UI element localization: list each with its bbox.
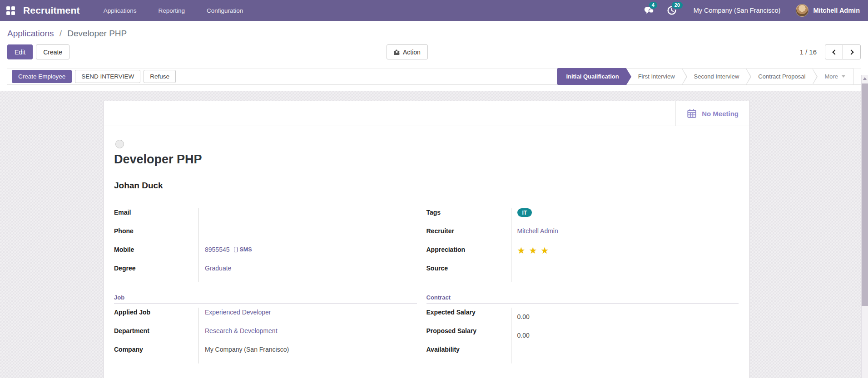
stage-more-dropdown[interactable]: More [813, 68, 854, 85]
user-menu[interactable]: Mitchell Admin [813, 7, 860, 14]
field-row-applied-job: Applied Job Experienced Developer [114, 308, 427, 326]
app-brand[interactable]: Recruitment [23, 5, 80, 16]
menu-configuration[interactable]: Configuration [207, 7, 243, 14]
activities-count-badge: 20 [672, 2, 683, 9]
phone-value [199, 226, 427, 245]
star-rating-icons[interactable]: ★★★ [517, 246, 553, 255]
edit-button[interactable]: Edit [7, 44, 33, 59]
left-field-group: Email Phone Mobile 8955545 [114, 208, 427, 282]
job-section: Job Applied Job Experienced Developer De… [114, 294, 427, 363]
mobile-value: 8955545 SMS [199, 245, 427, 264]
gear-icon [394, 49, 400, 55]
department-value[interactable]: Research & Development [199, 326, 427, 345]
apps-grid-icon[interactable] [6, 6, 15, 15]
tags-value: IT [511, 208, 739, 226]
stage-first-interview[interactable]: First Interview [626, 68, 682, 85]
availability-label: Availability [427, 345, 511, 363]
breadcrumb-current: Developer PHP [67, 29, 127, 38]
breadcrumb-applications-link[interactable]: Applications [7, 29, 54, 38]
messages-count-badge: 4 [649, 2, 657, 9]
company-label: Company [114, 345, 199, 363]
kanban-state-icon[interactable] [115, 140, 124, 148]
top-field-grid: Email Phone Mobile 8955545 [114, 208, 739, 282]
form-statusbar: Create Employee SEND INTERVIEW Refuse In… [7, 68, 861, 85]
field-row-degree: Degree Graduate [114, 264, 427, 282]
user-avatar[interactable] [796, 4, 808, 17]
send-interview-button[interactable]: SEND INTERVIEW [75, 70, 140, 83]
main-menu: Applications Reporting Configuration [104, 7, 243, 14]
degree-label: Degree [114, 264, 199, 282]
field-row-source: Source [427, 264, 739, 282]
control-panel-buttons: Edit Create Action 1 / 16 [7, 44, 861, 59]
recruiter-label: Recruiter [427, 226, 511, 245]
pager-previous-button[interactable] [825, 44, 843, 59]
field-row-appreciation: Appreciation ★★★ [427, 245, 739, 264]
section-grid: Job Applied Job Experienced Developer De… [114, 294, 739, 363]
pager-buttons [825, 44, 861, 59]
phone-label: Phone [114, 226, 199, 245]
refuse-button[interactable]: Refuse [144, 70, 176, 83]
mobile-label: Mobile [114, 245, 199, 264]
chevron-left-icon [832, 49, 837, 54]
tags-label: Tags [427, 208, 511, 226]
breadcrumb-separator: / [60, 29, 62, 38]
field-row-phone: Phone [114, 226, 427, 245]
source-label: Source [427, 264, 511, 282]
no-meeting-button[interactable]: No Meeting [675, 101, 749, 126]
menu-reporting[interactable]: Reporting [159, 7, 185, 14]
expected-salary-value: 0.00 [511, 308, 739, 326]
field-row-availability: Availability [427, 345, 739, 363]
department-label: Department [114, 326, 199, 345]
applied-job-label: Applied Job [114, 308, 199, 326]
page-title: Developer PHP [114, 152, 739, 167]
field-row-proposed-salary: Proposed Salary 0.00 [427, 326, 739, 345]
field-row-tags: Tags IT [427, 208, 739, 226]
field-row-email: Email [114, 208, 427, 226]
sms-link[interactable]: SMS [240, 246, 252, 253]
job-section-heading: Job [114, 294, 417, 304]
source-value [511, 264, 739, 282]
field-row-department: Department Research & Development [114, 326, 427, 345]
company-value: My Company (San Francisco) [199, 345, 427, 363]
form-sheet: Developer PHP Johan Duck Email Phone [104, 126, 749, 363]
triangle-up-icon [863, 77, 867, 80]
chevron-right-icon [848, 49, 853, 54]
scrollbar-thumb[interactable] [862, 83, 868, 306]
create-button[interactable]: Create [36, 44, 69, 59]
content-area: No Meeting Developer PHP Johan Duck Emai… [0, 91, 868, 378]
create-employee-button[interactable]: Create Employee [12, 70, 72, 83]
chevron-down-icon [842, 75, 845, 78]
scroll-up-button[interactable] [862, 75, 868, 82]
stage-initial-qualification[interactable]: Initial Qualification [557, 68, 626, 85]
field-row-recruiter: Recruiter Mitchell Admin [427, 226, 739, 245]
degree-value[interactable]: Graduate [199, 264, 427, 282]
contract-section-heading: Contract [427, 294, 739, 304]
applicant-name: Johan Duck [114, 181, 739, 191]
tag-it-badge[interactable]: IT [517, 208, 532, 217]
top-navbar: Recruitment Applications Reporting Confi… [0, 0, 868, 21]
messages-icon[interactable]: 4 [644, 5, 655, 16]
appreciation-value: ★★★ [511, 245, 739, 264]
field-row-company: Company My Company (San Francisco) [114, 345, 427, 363]
action-button[interactable]: Action [387, 44, 428, 59]
right-field-group: Tags IT Recruiter Mitchell Admin Appreci… [427, 208, 739, 282]
field-row-mobile: Mobile 8955545 SMS [114, 245, 427, 264]
company-switcher[interactable]: My Company (San Francisco) [694, 7, 781, 14]
email-label: Email [114, 208, 199, 226]
proposed-salary-label: Proposed Salary [427, 326, 511, 345]
menu-applications[interactable]: Applications [104, 7, 137, 14]
meeting-row: No Meeting [104, 101, 749, 126]
appreciation-label: Appreciation [427, 245, 511, 264]
activities-icon[interactable]: 20 [666, 5, 677, 16]
systray: 4 20 My Company (San Francisco) Mitchell… [632, 4, 860, 17]
applied-job-value[interactable]: Experienced Developer [199, 308, 427, 326]
vertical-scrollbar[interactable] [861, 75, 868, 378]
recruiter-value[interactable]: Mitchell Admin [511, 226, 739, 245]
stage-contract-proposal[interactable]: Contract Proposal [746, 68, 813, 85]
no-meeting-label: No Meeting [702, 110, 739, 118]
pager-next-button[interactable] [843, 44, 861, 59]
control-panel: Applications / Developer PHP Edit Create… [0, 21, 868, 85]
stage-second-interview[interactable]: Second Interview [682, 68, 747, 85]
proposed-salary-value: 0.00 [511, 326, 739, 345]
mobile-number-link[interactable]: 8955545 [205, 246, 230, 253]
